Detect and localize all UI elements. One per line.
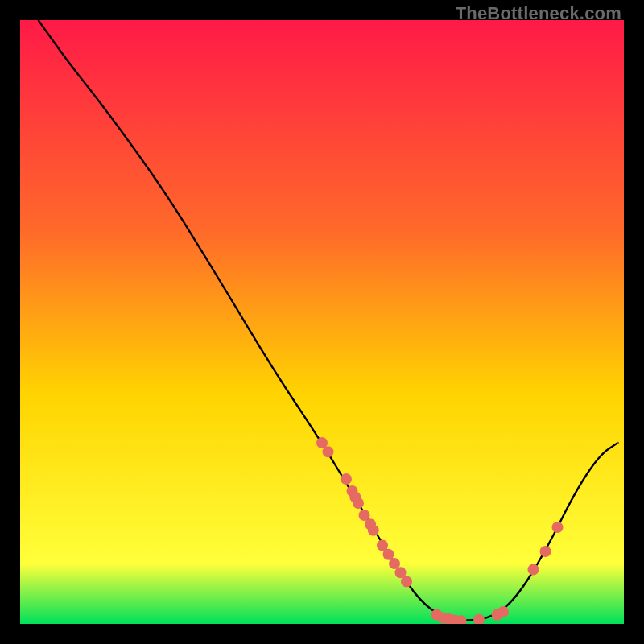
data-point bbox=[368, 525, 379, 536]
data-point bbox=[341, 473, 352, 485]
data-point bbox=[353, 497, 364, 509]
gradient-background bbox=[20, 20, 624, 624]
chart-area bbox=[20, 20, 624, 624]
data-point bbox=[401, 576, 412, 588]
data-point bbox=[497, 606, 509, 617]
chart-svg bbox=[20, 20, 624, 624]
data-point bbox=[540, 546, 551, 557]
data-point bbox=[528, 564, 539, 576]
data-point bbox=[323, 446, 334, 457]
data-point bbox=[552, 522, 564, 533]
